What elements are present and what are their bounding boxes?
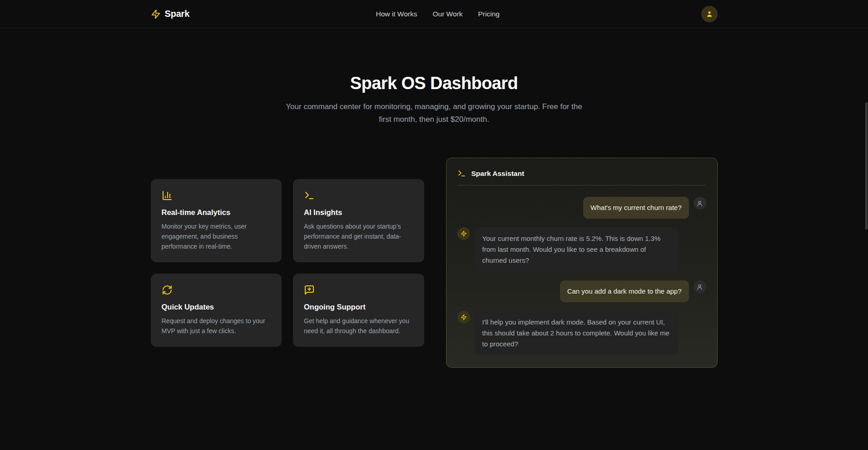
top-nav: Spark How it Works Our Work Pricing [0,0,868,28]
hero-section: Spark OS Dashboard Your command center f… [0,74,868,126]
zap-icon [461,230,467,237]
assistant-title: Spark Assistant [471,170,525,178]
nav-link-pricing[interactable]: Pricing [478,0,500,28]
user-avatar [694,197,706,210]
chat-message-assistant: Your current monthly churn rate is 5.2%.… [457,227,706,272]
feature-title: Real-time Analytics [162,208,271,217]
user-icon [696,284,703,290]
message-square-plus-icon [304,285,413,295]
page-subtitle: Your command center for monitoring, mana… [282,100,587,126]
nav-link-how-it-works[interactable]: How it Works [376,0,417,28]
brand-name: Spark [165,9,190,19]
feature-description: Get help and guidance whenever you need … [304,316,413,336]
user-icon [705,10,714,18]
nav-links: How it Works Our Work Pricing [376,0,499,28]
chat-message-assistant: I'll help you implement dark mode. Based… [457,311,706,355]
zap-icon [461,314,467,320]
page-title: Spark OS Dashboard [0,74,868,93]
assistant-avatar [457,227,470,240]
terminal-icon [457,169,466,178]
assistant-message-bubble: Your current monthly churn rate is 5.2%.… [475,227,678,272]
user-avatar-button[interactable] [701,6,718,22]
feature-title: AI Insights [304,208,413,217]
user-message-bubble: Can you add a dark mode to the app? [560,280,689,302]
feature-card-realtime-analytics[interactable]: Real-time Analytics Monitor your key met… [151,179,282,262]
user-message-bubble: What's my current churn rate? [583,197,689,219]
assistant-header: Spark Assistant [457,169,706,185]
feature-title: Ongoing Support [304,303,413,311]
user-avatar [694,280,706,293]
terminal-icon [304,190,413,201]
feature-card-ai-insights[interactable]: AI Insights Ask questions about your sta… [293,179,424,262]
feature-card-quick-updates[interactable]: Quick Updates Request and deploy changes… [151,274,282,347]
chat-message-list: What's my current churn rate? Your curre… [457,185,706,356]
main-content: Real-time Analytics Monitor your key met… [151,158,718,368]
feature-cards-grid: Real-time Analytics Monitor your key met… [151,179,424,347]
brand-logo[interactable]: Spark [151,9,190,19]
spark-assistant-panel: Spark Assistant What's my current churn … [446,158,718,368]
chat-message-user: What's my current churn rate? [457,197,706,219]
zap-icon [151,9,161,19]
page-scrollbar[interactable] [865,0,868,450]
feature-title: Quick Updates [162,303,271,311]
feature-description: Monitor your key metrics, user engagemen… [162,221,271,251]
chat-message-user: Can you add a dark mode to the app? [457,280,706,302]
assistant-avatar [457,311,470,324]
scrollbar-thumb[interactable] [865,102,868,230]
refresh-icon [162,285,271,295]
nav-link-our-work[interactable]: Our Work [432,0,462,28]
feature-description: Ask questions about your startup's perfo… [304,221,413,251]
feature-description: Request and deploy changes to your MVP w… [162,316,271,336]
user-icon [696,200,703,207]
bar-chart-icon [162,190,271,201]
feature-card-ongoing-support[interactable]: Ongoing Support Get help and guidance wh… [293,274,424,347]
assistant-message-bubble: I'll help you implement dark mode. Based… [475,311,678,355]
